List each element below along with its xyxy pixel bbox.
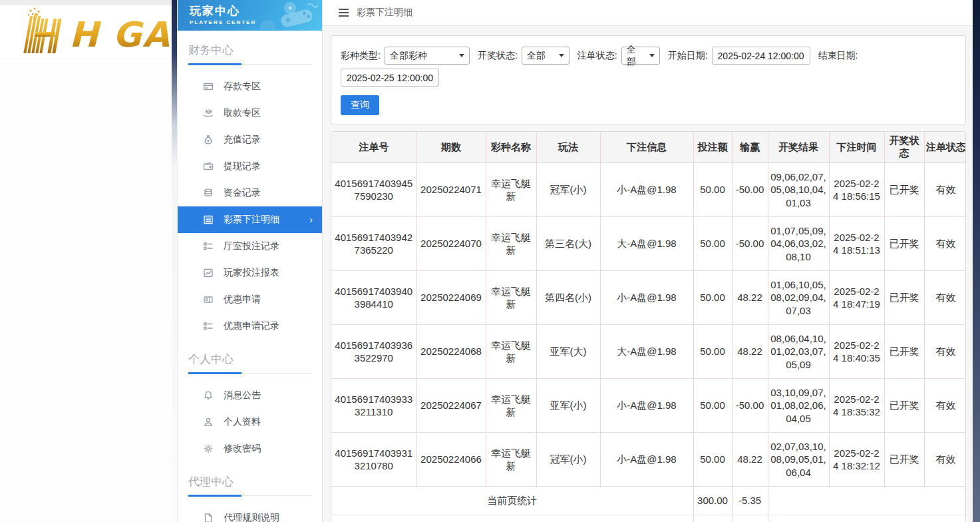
table-cell: 50.00 (693, 433, 732, 487)
table-cell: 已开奖 (884, 217, 924, 271)
hh-game-logo[interactable]: H GAME (0, 5, 172, 59)
table-cell: 2025-02-24 18:40:35 (829, 325, 884, 379)
sidebar-nav: 财务中心存款专区取款专区充值记录提现记录资金记录彩票下注明细›厅室投注记录玩家投… (178, 40, 322, 522)
sidebar-item[interactable]: 个人资料 (178, 409, 322, 435)
table-cell: 大-A盘@1.98 (600, 217, 693, 271)
table-cell: 小-A盘@1.98 (600, 433, 693, 487)
start-date-input[interactable] (712, 47, 810, 65)
sidebar-item[interactable]: 提现记录 (178, 153, 322, 180)
search-button[interactable]: 查询 (341, 95, 379, 115)
draw-status-select[interactable]: 全部 (522, 47, 570, 65)
hall-record-icon (203, 241, 214, 252)
sidebar-section-items: 存款专区取款专区充值记录提现记录资金记录彩票下注明细›厅室投注记录玩家投注报表优… (178, 73, 322, 340)
menu-toggle-icon[interactable] (339, 9, 349, 17)
table-cell: 已开奖 (884, 433, 924, 487)
sidebar-item[interactable]: 存款专区 (178, 73, 322, 100)
sidebar-item-label: 个人资料 (224, 416, 261, 428)
table-cell: 小-A盘@1.98 (600, 163, 693, 217)
table-row: 40156917403936352297020250224068幸运飞艇新亚军(… (331, 325, 966, 379)
sidebar-item[interactable]: 优惠申请记录 (178, 313, 322, 340)
sidebar-item-label: 修改密码 (224, 443, 261, 455)
lottery-type-label: 彩种类型: (341, 50, 381, 62)
summary-row: 当前页统计300.00-5.35 (331, 487, 966, 515)
summary-win-loss: -5.35 (732, 487, 768, 515)
table-cell: 幸运飞艇新 (486, 271, 536, 325)
table-cell: 第四名(小) (536, 271, 600, 325)
table-cell: 50.00 (693, 163, 732, 217)
sidebar-item[interactable]: 消息公告 (178, 382, 322, 409)
section-underline (188, 63, 311, 65)
sidebar-item[interactable]: 修改密码 (178, 435, 322, 462)
sidebar-item[interactable]: 玩家投注报表 (178, 260, 322, 286)
table-cell: 亚军(大) (536, 325, 600, 379)
background-strip-right (973, 0, 980, 522)
table-cell: 20250224070 (416, 217, 486, 271)
sidebar-section-title: 财务中心 (178, 40, 322, 58)
order-status-select[interactable]: 全部 (621, 47, 660, 65)
column-header: 玩法 (536, 132, 600, 163)
table-row: 40156917403945759023020250224071幸运飞艇新冠军(… (331, 163, 966, 217)
table-cell: 50.00 (693, 325, 732, 379)
svg-text:H GAME: H GAME (69, 15, 172, 55)
bell-icon (203, 390, 214, 401)
sidebar-item-label: 充值记录 (224, 134, 261, 146)
sidebar-item-label: 优惠申请 (224, 294, 261, 306)
sidebar-item-label: 厅室投注记录 (224, 240, 279, 252)
table-cell: 幸运飞艇新 (486, 325, 536, 379)
promo-ticket-icon (203, 294, 214, 305)
lottery-type-select[interactable]: 全部彩种 (385, 47, 470, 65)
table-cell: 有效 (924, 163, 966, 217)
draw-status-label: 开奖状态: (478, 50, 518, 62)
table-cell: 幸运飞艇新 (486, 217, 536, 271)
withdrawal-wallet-icon (203, 161, 214, 172)
table-cell: 有效 (924, 271, 966, 325)
sidebar-section-items: 消息公告个人资料修改密码 (178, 382, 322, 462)
table-cell: 第三名(大) (536, 217, 600, 271)
lottery-list-icon (203, 214, 214, 225)
end-date-input[interactable] (341, 69, 439, 87)
hh-game-logo-image: H GAME (0, 5, 172, 59)
table-cell: 已开奖 (884, 379, 924, 433)
column-header: 输赢 (732, 132, 768, 163)
table-cell: 幸运飞艇新 (486, 433, 536, 487)
sidebar-item[interactable]: 彩票下注明细› (178, 206, 322, 233)
sidebar-item[interactable]: 优惠申请 (178, 286, 322, 313)
promo-record-icon (203, 321, 214, 332)
sidebar-item[interactable]: 资金记录 (178, 180, 322, 206)
sidebar: 玩家中心 PLAYERS CENTER 财务中心存款专区取款专区充值记录提现记录… (177, 0, 323, 522)
sidebar-item-label: 资金记录 (224, 187, 261, 199)
table-cell: 50.00 (693, 271, 732, 325)
table-cell: 09,06,02,07,05,08,10,04,01,03 (768, 163, 829, 217)
table-cell: 08,06,04,10,01,02,03,07,05,09 (768, 325, 829, 379)
summary-bet-total: 300.00 (693, 487, 732, 515)
sidebar-item[interactable]: 取款专区 (178, 100, 322, 127)
column-header: 投注额 (693, 132, 732, 163)
table-cell: 01,07,05,09,04,06,03,02,08,10 (768, 217, 829, 271)
table-cell: 有效 (924, 433, 966, 487)
table-cell: -50.00 (732, 379, 768, 433)
sidebar-item-label: 玩家投注报表 (224, 267, 279, 279)
sidebar-item-label: 存款专区 (224, 81, 261, 93)
summary-bet-total: 300.00 (693, 515, 732, 522)
summary-win-loss: -5.35 (732, 515, 768, 522)
draw-status-value: 全部 (527, 50, 546, 62)
column-header: 下注信息 (600, 132, 693, 163)
column-header: 注单状态 (924, 132, 966, 163)
table-cell: 401569174039313210780 (331, 433, 416, 487)
table-cell: 401569174039427365220 (331, 217, 416, 271)
sidebar-item[interactable]: 充值记录 (178, 127, 322, 153)
game-controller-icon (258, 1, 319, 29)
table-cell: 03,10,09,07,01,08,02,06,04,05 (768, 379, 829, 433)
sidebar-item[interactable]: 厅室投注记录 (178, 233, 322, 260)
main-content: 彩票下注明细 彩种类型: 全部彩种 开奖状态: 全部 注单状态: (323, 0, 973, 522)
sidebar-section-items: 代理规则说明代理团队统计 (178, 505, 322, 522)
table-cell: 20250224069 (416, 271, 486, 325)
table-cell: 2025-02-24 18:32:12 (829, 433, 884, 487)
order-status-label: 注单状态: (577, 50, 617, 62)
sidebar-item[interactable]: 代理规则说明 (178, 505, 322, 522)
table-cell: 有效 (924, 325, 966, 379)
table-cell: 有效 (924, 217, 966, 271)
background-strip-left (172, 0, 177, 522)
table-cell: 已开奖 (884, 271, 924, 325)
table-cell: 2025-02-24 18:47:19 (829, 271, 884, 325)
